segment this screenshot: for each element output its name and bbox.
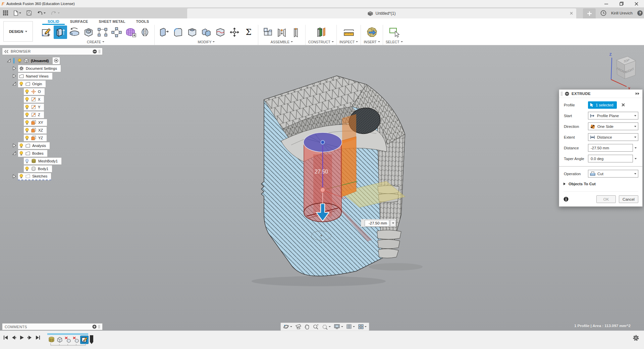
browser-item-axis-y[interactable]: Y (23, 103, 44, 111)
fit-button[interactable] (321, 323, 332, 331)
browser-item-axis-z[interactable]: Z (23, 111, 44, 118)
view-cube[interactable]: TOP FRONT RIGHT Z X (609, 52, 636, 91)
tab-close-button[interactable] (570, 11, 573, 16)
redo-button[interactable] (50, 10, 61, 16)
bulb-icon[interactable] (25, 120, 29, 125)
extent-select[interactable]: Distance (588, 133, 638, 141)
pan-button[interactable] (303, 323, 311, 331)
browser-item-bodies[interactable]: Bodies (18, 150, 48, 157)
tab-sheet-metal[interactable]: SHEET METAL (94, 18, 131, 25)
expand-icon[interactable] (7, 58, 11, 63)
new-tab-button[interactable] (583, 8, 596, 18)
dialog-minimize-icon[interactable] (565, 92, 569, 96)
timeline-active-sketch-feature[interactable] (80, 336, 89, 344)
browser-item-plane-yz[interactable]: YZ (23, 134, 47, 142)
info-icon[interactable] (564, 197, 569, 202)
timeline-body-feature[interactable] (56, 336, 63, 343)
origin-handle[interactable] (320, 188, 325, 192)
collapse-icon[interactable] (12, 66, 16, 70)
maximize-button[interactable] (614, 0, 629, 7)
panel-minimize-icon[interactable] (93, 49, 97, 54)
bulb-icon[interactable] (17, 58, 22, 63)
step-forward-button[interactable] (28, 335, 32, 340)
browser-item-body1[interactable]: Body1 (23, 165, 52, 172)
help-button[interactable]: ? (637, 10, 643, 16)
taper-angle-field[interactable]: 0.0 deg (588, 155, 633, 162)
undo-button[interactable] (36, 10, 47, 16)
tab-surface[interactable]: SURFACE (65, 18, 94, 25)
cancel-button[interactable]: Cancel (619, 195, 638, 203)
bulb-icon[interactable] (25, 97, 29, 102)
dimension-label[interactable]: 27.50 (315, 169, 328, 174)
distance-field[interactable]: -27.50 mm (588, 144, 633, 152)
operation-select[interactable]: Cut (588, 170, 638, 178)
display-settings-button[interactable] (333, 323, 344, 331)
bulb-off-icon[interactable] (25, 159, 29, 163)
fillet-button[interactable] (171, 26, 185, 39)
browser-item-root[interactable]: (Unsaved) (12, 57, 53, 64)
bulb-icon[interactable] (19, 143, 23, 148)
timeline-meshbody-feature[interactable] (48, 336, 55, 343)
distance-input[interactable]: -27.50 mm (365, 220, 389, 227)
combine-button[interactable] (200, 26, 213, 39)
tab-tools[interactable]: TOOLS (131, 18, 155, 25)
extrude-dialog-header[interactable]: EXTRUDE (559, 90, 642, 98)
browser-item-axis-x[interactable]: X (23, 96, 44, 103)
look-at-button[interactable] (294, 323, 303, 331)
select-button[interactable] (387, 26, 401, 39)
bulb-icon[interactable] (25, 166, 29, 171)
comments-panel[interactable]: COMMENTS (2, 323, 103, 330)
add-comment-icon[interactable] (92, 325, 97, 329)
user-name[interactable]: Kirill Urevich (611, 11, 633, 15)
bulb-icon[interactable] (25, 112, 29, 117)
minimize-button[interactable] (599, 0, 614, 7)
browser-item-named-views[interactable]: Named Views (18, 72, 53, 80)
app-menu-button[interactable] (2, 10, 9, 16)
browser-item-origin-point[interactable]: O (23, 88, 45, 95)
revolve-button[interactable] (68, 26, 81, 39)
group-select-label[interactable]: SELECT (386, 40, 403, 44)
browser-item-plane-xy[interactable]: XY (23, 119, 47, 126)
distance-dropdown[interactable] (633, 147, 638, 149)
change-parameters-button[interactable]: Σ (242, 26, 255, 39)
hole-button[interactable] (82, 26, 95, 39)
joint-button[interactable] (275, 26, 288, 39)
browser-item-analysis[interactable]: Analysis (18, 142, 50, 149)
play-button[interactable] (19, 335, 24, 340)
comments-grip-icon[interactable] (98, 325, 100, 329)
dialog-grip-icon[interactable] (561, 92, 562, 96)
file-menu-button[interactable] (12, 10, 22, 16)
viewport-canvas[interactable]: 27.50 TOP FRONT RIGHT Z X BROWSER (0, 45, 644, 331)
close-button[interactable] (629, 0, 644, 7)
save-button[interactable] (25, 10, 33, 16)
grid-snap-button[interactable] (345, 323, 356, 331)
browser-header[interactable]: BROWSER (2, 48, 103, 55)
browser-item-meshbody1[interactable]: MeshBody1 (23, 157, 62, 165)
timeline-position-bar[interactable] (47, 333, 88, 335)
mirror-button[interactable] (138, 26, 152, 39)
tab-solid[interactable]: SOLID (42, 18, 65, 25)
distance-input-dropdown[interactable] (390, 220, 396, 227)
clear-selection-button[interactable] (621, 103, 625, 107)
construct-plane-button[interactable] (314, 26, 328, 39)
create-mesh-button[interactable] (124, 26, 138, 39)
viewports-button[interactable] (357, 323, 368, 331)
group-modify-label[interactable]: MODIFY (198, 40, 215, 44)
create-sketch-button[interactable] (40, 26, 53, 39)
activate-component-radio[interactable] (53, 57, 60, 64)
zoom-button[interactable] (312, 323, 320, 331)
bulb-icon[interactable] (25, 136, 29, 140)
direction-select[interactable]: One Side (588, 122, 638, 130)
start-select[interactable]: Profile Plane (588, 112, 638, 119)
bulb-icon[interactable] (19, 174, 23, 179)
job-status-clock-icon[interactable] (600, 10, 606, 16)
timeline-settings-button[interactable] (633, 335, 639, 343)
timeline-suppressed-feature-1[interactable] (64, 336, 71, 343)
shell-button[interactable] (185, 26, 199, 39)
orbit-button[interactable] (282, 323, 293, 331)
skip-to-end-button[interactable] (36, 335, 40, 340)
bulb-icon[interactable] (25, 105, 29, 109)
browser-item-plane-xz[interactable]: XZ (23, 127, 47, 134)
measure-button[interactable] (342, 26, 356, 39)
timeline-marker[interactable] (90, 335, 94, 344)
